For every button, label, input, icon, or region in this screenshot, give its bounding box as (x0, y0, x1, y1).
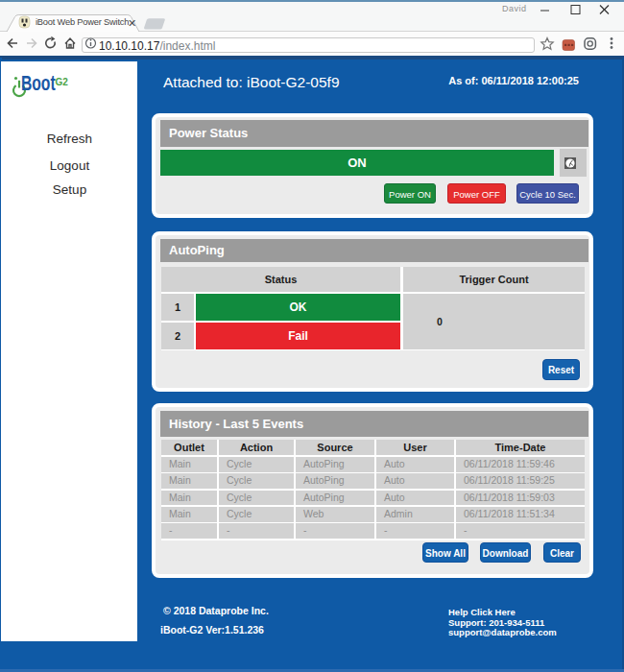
svg-text:Boot: Boot (21, 72, 56, 95)
svg-text:G2: G2 (56, 77, 69, 87)
